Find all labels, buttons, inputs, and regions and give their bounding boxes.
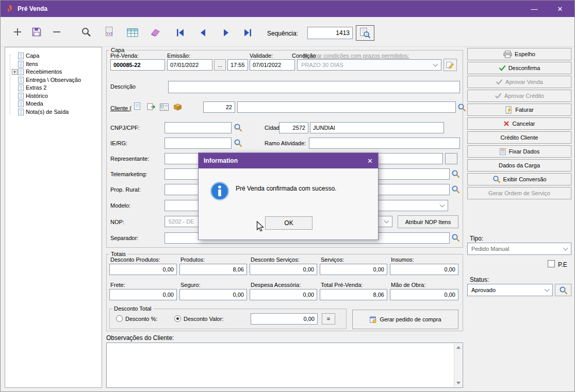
delete-record-icon[interactable] [50, 25, 63, 39]
emissao-ellipsis-button[interactable]: ... [214, 59, 226, 71]
cidade-code-input[interactable]: 2572 [279, 122, 308, 133]
fixar-dados-button[interactable]: Fixar Dados [467, 145, 571, 158]
ramo-atividade-input[interactable] [309, 138, 460, 149]
scroll-down-icon[interactable] [456, 382, 461, 384]
credito-cliente-button[interactable]: Crédito Cliente [467, 131, 571, 144]
dialog-close-icon[interactable]: ✕ [367, 157, 373, 165]
cidade-name-input[interactable]: JUNDIAI [310, 122, 444, 133]
pe-checkbox[interactable] [548, 260, 555, 267]
tree-expander-icon[interactable] [11, 69, 18, 75]
nav-last-icon[interactable] [241, 26, 254, 39]
copy-sheet-icon[interactable] [147, 103, 156, 111]
scroll-up-icon[interactable] [456, 346, 461, 349]
desconfirma-button[interactable]: Desconfirma [467, 62, 571, 74]
desconto-servicos-input[interactable]: 0,00 [250, 264, 317, 275]
prop-rural-search-icon[interactable] [451, 185, 460, 194]
seguro-input[interactable]: 0,00 [179, 289, 247, 300]
search-icon[interactable] [79, 25, 93, 39]
cliente-name-input[interactable] [237, 101, 456, 113]
nav-prev-icon[interactable] [196, 26, 210, 39]
ie-rg-input[interactable] [165, 138, 232, 149]
magnifier-gold-icon [492, 175, 501, 183]
descricao-label: Descrição [110, 83, 136, 90]
gerar-pedido-compra-button[interactable]: Gerar pedido de compra [352, 310, 458, 329]
save-icon[interactable] [30, 25, 43, 39]
cancelar-button[interactable]: Cancelar [467, 117, 571, 130]
dados-da-carga-button[interactable]: Dados da Carga [467, 159, 571, 172]
condicao-combobox[interactable]: PRAZO 30 DIAS [297, 59, 441, 71]
insumos-input[interactable]: 0,00 [390, 264, 458, 275]
atribuir-nop-itens-button[interactable]: Atribuir NOP Itens [398, 215, 458, 228]
desconto-valor-radio[interactable] [174, 315, 181, 322]
telemarketing-search-icon[interactable] [451, 169, 460, 178]
tree-item-label: Extras 2 [26, 84, 46, 91]
desconto-produtos-input[interactable]: 0,00 [109, 264, 177, 275]
tree-item-entrega-observacao[interactable]: Entrega \ Observação [11, 76, 81, 83]
eraser-icon[interactable] [148, 25, 161, 39]
status-combobox[interactable]: Aprovado [467, 284, 553, 296]
gerar-ordem-servico-button: Gerar Ordem de Serviço [467, 187, 571, 199]
minimize-button[interactable]: — [522, 1, 546, 17]
desconto-produtos-label: Desconto Produtos: [110, 257, 160, 263]
ok-button[interactable]: OK [265, 216, 313, 230]
emissao-time-input[interactable]: 17:55 [227, 59, 248, 71]
pre-venda-input[interactable]: 000085-22 [110, 59, 165, 71]
cnpj-input[interactable] [165, 122, 232, 133]
page-icon [18, 109, 24, 115]
emissao-date-input[interactable]: 07/01/2022 [167, 59, 212, 71]
tree-item-capa[interactable]: Capa [11, 52, 39, 59]
exibir-conversao-button[interactable]: Exibir Conversão [467, 173, 571, 185]
despesa-acessoria-input[interactable]: 0,00 [250, 289, 317, 300]
tree-item-moeda[interactable]: Moeda [11, 100, 43, 107]
id-card-icon[interactable] [160, 104, 169, 111]
tree-item-notas-saida[interactable]: Nota(s) de Saída [11, 108, 69, 115]
ie-rg-search-icon[interactable] [234, 139, 242, 147]
desconto-valor-input[interactable]: 0,00 [251, 313, 318, 325]
frete-input[interactable]: 0,00 [109, 289, 177, 300]
separador-search-icon[interactable] [451, 233, 460, 242]
cliente-label[interactable]: Cliente ( [110, 105, 132, 111]
package-box-icon[interactable] [173, 103, 183, 111]
new-record-icon[interactable] [11, 25, 24, 39]
export-txt-icon[interactable]: TXT [103, 25, 116, 38]
tree-item-label: Recebimentos [26, 69, 62, 75]
status-search-button[interactable] [555, 284, 571, 296]
tree-item-itens[interactable]: Itens [11, 60, 38, 67]
grid-view-icon[interactable] [126, 26, 139, 39]
cliente-search-icon[interactable] [457, 103, 466, 112]
aprovar-venda-button: Aprovar Venda [467, 76, 571, 88]
sequencia-input[interactable]: 1413 [307, 27, 353, 39]
faturar-button[interactable]: Faturar [467, 104, 571, 116]
total-pre-venda-input[interactable]: 8,06 [320, 289, 387, 300]
edit-condicao-button[interactable] [443, 59, 457, 71]
nav-next-icon[interactable] [219, 26, 233, 39]
close-button[interactable]: ✕ [548, 1, 572, 17]
equals-button[interactable]: = [322, 313, 335, 325]
cnpj-search-icon[interactable] [234, 123, 242, 132]
cliente-code-input[interactable]: 22 [203, 101, 235, 113]
nav-first-icon[interactable] [174, 26, 187, 39]
page-icon [18, 93, 24, 99]
tree-item-recebimentos[interactable]: Recebimentos [11, 68, 62, 75]
servicos-input[interactable]: 0,00 [320, 264, 387, 275]
tree-item-historico[interactable]: Histórico [11, 92, 48, 99]
cliente-doc-icon[interactable] [134, 102, 141, 110]
produtos-input[interactable]: 8,06 [179, 264, 247, 275]
mao-de-obra-input[interactable]: 0,00 [390, 289, 458, 300]
modelo-label: Modelo: [110, 202, 130, 209]
preview-button[interactable] [356, 25, 374, 41]
tipo-value: Pedido Manual [471, 246, 509, 252]
prop-rural-label: Prop. Rural: [110, 186, 141, 193]
tree-item-extras-2[interactable]: Extras 2 [11, 84, 46, 91]
pre-venda-label: Pré-Venda: [110, 53, 139, 59]
tree-item-label: Capa [26, 53, 39, 59]
tipo-combobox[interactable]: Pedido Manual [467, 243, 571, 255]
cnpj-label: CNPJ/CPF: [110, 125, 140, 131]
espelho-button[interactable]: Espelho [467, 48, 571, 60]
condicoes-link[interactable]: Mostrar condições com prazos permitidos: [303, 53, 409, 59]
desconto-percent-radio[interactable] [116, 315, 123, 322]
descricao-input[interactable] [168, 81, 460, 93]
observacoes-scrollbar[interactable] [454, 344, 462, 387]
validade-date-input[interactable]: 07/01/2022 [250, 59, 295, 71]
observacoes-textarea[interactable] [106, 343, 463, 388]
